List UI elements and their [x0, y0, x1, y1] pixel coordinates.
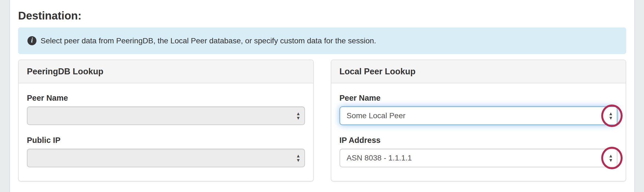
peeringdb-peer-name-label: Peer Name [27, 93, 305, 103]
content-area: Destination: i Select peer data from Pee… [9, 0, 635, 192]
select-value: Some Local Peer [347, 111, 406, 120]
info-circle-icon: i [27, 36, 36, 45]
panel-title: Local Peer Lookup [340, 67, 416, 77]
page-title: Destination: [18, 9, 626, 22]
peeringdb-public-ip-label: Public IP [27, 135, 305, 145]
local-peer-name-select[interactable]: Some Local Peer ▲ ▼ [340, 106, 618, 125]
peeringdb-peer-name-select: ▲ ▼ [27, 106, 305, 125]
lookup-panels-row: PeeringDB Lookup Peer Name ▲ ▼ Public IP… [18, 60, 626, 182]
peeringdb-public-ip-select: ▲ ▼ [27, 149, 305, 167]
select-caret-icon: ▲ ▼ [295, 111, 302, 120]
panel-local-peer-header: Local Peer Lookup [331, 60, 626, 83]
select-caret-icon: ▲ ▼ [295, 154, 302, 162]
panel-local-peer-body: Peer Name Some Local Peer ▲ ▼ IP Address… [331, 83, 626, 178]
panel-peeringdb-body: Peer Name ▲ ▼ Public IP ▲ ▼ [19, 83, 313, 178]
info-alert: i Select peer data from PeeringDB, the L… [18, 27, 626, 54]
select-value: ASN 8038 - 1.1.1.1 [347, 154, 412, 162]
local-peer-ip-address-select[interactable]: ASN 8038 - 1.1.1.1 ▲ ▼ [340, 149, 618, 167]
select-caret-icon: ▲ ▼ [608, 154, 614, 162]
select-caret-icon: ▲ ▼ [608, 111, 614, 120]
local-peer-name-label: Peer Name [340, 93, 618, 103]
panel-title: PeeringDB Lookup [27, 67, 103, 77]
info-alert-text: Select peer data from PeeringDB, the Loc… [41, 36, 376, 45]
local-peer-ip-address-label: IP Address [340, 135, 618, 145]
panel-peeringdb-lookup: PeeringDB Lookup Peer Name ▲ ▼ Public IP… [18, 60, 314, 182]
panel-peeringdb-header: PeeringDB Lookup [19, 60, 313, 83]
panel-local-peer-lookup: Local Peer Lookup Peer Name Some Local P… [331, 60, 626, 182]
